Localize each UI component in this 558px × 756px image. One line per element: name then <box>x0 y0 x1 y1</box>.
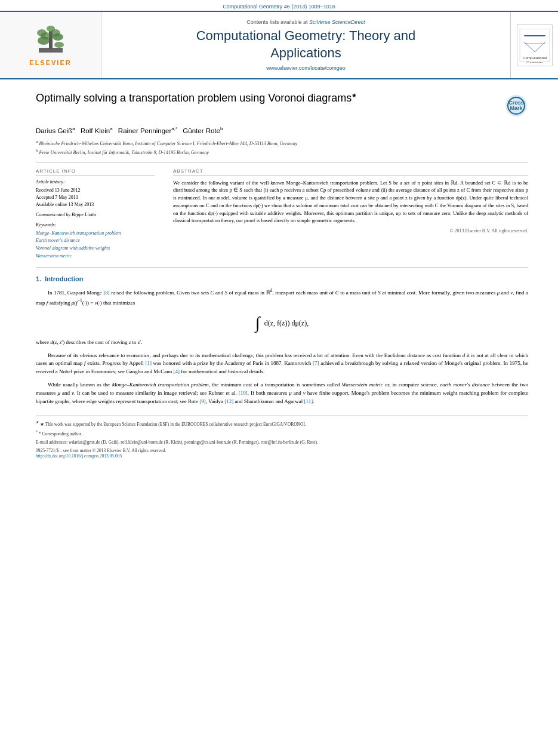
journal-top-citation: Computational Geometry 46 (2013) 1009–10… <box>0 0 558 11</box>
svg-point-7 <box>41 32 51 39</box>
intro-paragraph-2: Because of its obvious relevance to econ… <box>36 352 528 377</box>
svg-text:Geometry: Geometry <box>526 60 543 62</box>
author-4-sup: b <box>220 126 223 131</box>
journal-full-title: Computational Geometry: Theory and Appli… <box>113 27 498 62</box>
elsevier-tree-icon <box>33 24 69 57</box>
cg-logo: Computational Geometry <box>517 24 553 66</box>
copyright-line: © 2013 Elsevier B.V. All rights reserved… <box>173 228 528 233</box>
doi-line: http://dx.doi.org/10.1016/j.comgeo.2013.… <box>36 453 528 459</box>
author-2: Rolf Klein <box>81 127 110 134</box>
corresponding-footnote: * * Corresponding author. <box>36 429 528 437</box>
article-info-abstract-section: ARTICLE INFO Article history: Received 1… <box>36 168 528 260</box>
issn-line: 0925-7721/$ – see front matter © 2013 El… <box>36 448 528 453</box>
keyword-4: Wasserstein metric <box>36 253 155 260</box>
section-1-heading: 1. Introduction <box>36 275 528 282</box>
body-section: 1. Introduction In 1781, Gaspard Monge [… <box>36 275 528 406</box>
author-1-sup: a <box>72 126 75 131</box>
publisher-logo-area: ELSEVIER <box>0 12 101 78</box>
main-content-area: Optimally solving a transportation probl… <box>0 79 558 471</box>
cg-logo-icon: Computational Geometry <box>519 28 550 63</box>
author-3-sup: a,* <box>171 126 177 131</box>
intro-paragraph-3: While usually known as the Monge–Kantoro… <box>36 381 528 406</box>
communicated-by: Communicated by Beppe Liotta <box>36 212 155 217</box>
svg-text:Computational: Computational <box>522 56 546 60</box>
email-footnote: E-mail addresses: wdarius@gmx.de (D. Gei… <box>36 439 528 445</box>
author-3: Rainer Penninger <box>118 127 172 134</box>
authors-line: Darius Geißa Rolf Kleina Rainer Penninge… <box>36 126 528 134</box>
abstract-body: We consider the following variant of the… <box>173 179 528 225</box>
journal-header: ELSEVIER Contents lists available at Sci… <box>0 11 558 79</box>
accepted-date: Accepted 7 May 2013 <box>36 194 155 201</box>
footer-notes: ★ ★ This work was supported by the Europ… <box>36 416 528 459</box>
affiliation-2: b Freie Universität Berlin, Institut für… <box>36 148 528 156</box>
divider-1 <box>36 162 528 162</box>
author-4: Günter Rote <box>183 127 220 134</box>
keywords-label: Keywords: <box>36 222 155 228</box>
article-history-label: Article history: <box>36 179 155 185</box>
contents-available-line: Contents lists available at SciVerse Sci… <box>113 19 498 25</box>
abstract-heading: ABSTRACT <box>173 168 528 176</box>
crossmark-icon: Cross Mark <box>504 94 528 118</box>
keyword-2: Earth mover's distance <box>36 237 155 245</box>
affiliations: a Rheinische Friedrich-Wilhelms Universi… <box>36 139 528 156</box>
title-footnote-marker: ★ <box>352 92 357 99</box>
author-1: Darius Geiß <box>36 127 72 134</box>
formula-integral: ∫ d(z, f(z)) dμ(z), <box>36 314 528 333</box>
svg-text:Mark: Mark <box>510 105 523 111</box>
keyword-3: Voronoi diagram with additive weights <box>36 245 155 253</box>
received-date: Received 13 June 2012 <box>36 187 155 194</box>
journal-url: www.elsevier.com/locate/comgeo <box>113 65 498 71</box>
article-info-column: ARTICLE INFO Article history: Received 1… <box>36 168 155 260</box>
journal-small-logo-area: Computational Geometry <box>510 12 558 78</box>
elsevier-logo: ELSEVIER <box>29 24 71 66</box>
keyword-1: Monge–Kantorovich transportation problem <box>36 230 155 238</box>
svg-point-5 <box>54 42 64 48</box>
article-info-heading: ARTICLE INFO <box>36 168 155 176</box>
intro-paragraph-1: In 1781, Gaspard Monge [8] raised the fo… <box>36 287 528 308</box>
author-2-sup: a <box>110 126 112 131</box>
svg-point-8 <box>51 29 60 36</box>
affiliation-1: a Rheinische Friedrich-Wilhelms Universi… <box>36 139 528 147</box>
star-footnote: ★ ★ This work was supported by the Europ… <box>36 420 528 428</box>
formula-note: where d(z, z′) describes the cost of mov… <box>36 339 528 347</box>
abstract-column: ABSTRACT We consider the following varia… <box>173 168 528 260</box>
elsevier-label: ELSEVIER <box>29 59 71 66</box>
paper-title-section: Optimally solving a transportation probl… <box>36 91 528 118</box>
paper-title: Optimally solving a transportation probl… <box>36 91 492 105</box>
journal-title-area: Contents lists available at SciVerse Sci… <box>101 12 510 78</box>
divider-2 <box>36 268 528 268</box>
available-date: Available online 13 May 2013 <box>36 201 155 208</box>
